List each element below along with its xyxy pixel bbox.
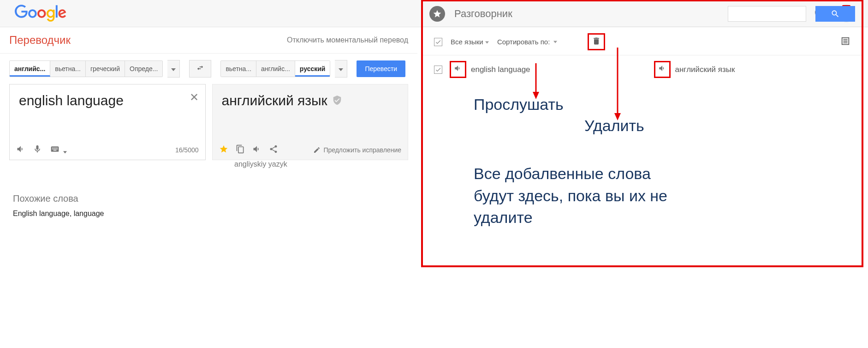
listen-output-icon[interactable] (252, 144, 262, 155)
phrasebook-panel: Разговорник Все языки Сортировать по: (421, 0, 863, 267)
sort-dropdown[interactable]: Сортировать по: (497, 38, 557, 46)
keyboard-icon[interactable] (49, 144, 67, 155)
language-bar: английс... вьетна... греческий Опреде...… (0, 54, 417, 84)
share-icon[interactable] (269, 144, 278, 155)
output-text: английский язык (213, 84, 408, 140)
source-lang-tab[interactable]: английс... (10, 61, 50, 77)
target-lang-tabs: вьетна... английс... русский (220, 60, 330, 77)
subheader: Переводчик Отключить моментальный перево… (0, 27, 417, 54)
delete-annotation-box (588, 33, 605, 50)
listen-dst-annotation-box (654, 61, 671, 78)
input-text[interactable]: english language (10, 84, 205, 140)
phrasebook-dst-text: английский язык (675, 65, 735, 74)
output-pane: английский язык (212, 84, 409, 160)
phrasebook-src-text: english language (471, 65, 530, 74)
arrow-listen (531, 63, 541, 100)
swap-languages-button[interactable] (189, 60, 211, 78)
main: Переводчик Отключить моментальный перево… (0, 27, 868, 267)
export-icon[interactable] (840, 36, 850, 48)
similar-heading: Похожие слова (13, 193, 404, 204)
transliteration: angliyskiy yazyk (218, 160, 417, 175)
google-logo[interactable] (13, 5, 68, 22)
target-lang-tab[interactable]: вьетна... (221, 61, 256, 77)
translated-text: английский язык (222, 93, 327, 108)
phrasebook-row[interactable]: english language английский язык (423, 55, 862, 84)
app-title: Переводчик (9, 34, 287, 47)
listen-src-annotation-box (450, 61, 466, 78)
similar-list: English language, language (13, 210, 404, 218)
source-lang-tab[interactable]: греческий (86, 61, 125, 77)
phrasebook-target-col: английский язык (654, 61, 851, 78)
phrasebook-search-input[interactable] (728, 6, 806, 22)
input-pane: ✕ english language 16/5000 (9, 84, 206, 160)
listen-input-icon[interactable] (16, 144, 25, 155)
phrasebook-search-button[interactable] (815, 6, 855, 22)
mic-icon[interactable] (33, 144, 42, 155)
target-lang-tab[interactable]: английс... (256, 61, 295, 77)
trash-icon[interactable] (592, 39, 601, 47)
star-icon[interactable] (219, 144, 228, 155)
listen-dst-icon[interactable] (658, 66, 666, 74)
select-all-checkbox[interactable] (434, 38, 442, 46)
all-langs-filter[interactable]: Все языки (451, 38, 489, 46)
suggest-correction[interactable]: Предложить исправление (313, 146, 401, 154)
input-footer: 16/5000 (10, 140, 205, 160)
source-lang-dropdown[interactable] (167, 60, 180, 78)
listen-src-icon[interactable] (454, 66, 462, 74)
instant-translate-toggle[interactable]: Отключить моментальный перевод (287, 36, 408, 44)
suggest-label: Предложить исправление (323, 146, 401, 154)
phrasebook-star-icon[interactable] (429, 6, 445, 22)
row-checkbox[interactable] (434, 66, 442, 74)
clear-input-icon[interactable]: ✕ (190, 91, 199, 104)
translate-panes: ✕ english language 16/5000 (0, 84, 417, 160)
copy-icon[interactable] (236, 144, 245, 155)
similar-section: Похожие слова English language, language (0, 175, 417, 236)
annotation-allwords: Все добалвенные слова будут здесь, пока … (474, 163, 690, 229)
target-lang-tab[interactable]: русский (295, 61, 330, 77)
phrasebook-header: Разговорник (423, 1, 862, 27)
translate-button[interactable]: Перевести (357, 60, 405, 77)
target-lang-dropdown[interactable] (335, 60, 347, 78)
phrasebook-toolbar: Все языки Сортировать по: (423, 27, 862, 55)
phrasebook-title: Разговорник (454, 8, 719, 20)
annotation-listen: Прослушать (474, 96, 564, 114)
source-lang-tabs: английс... вьетна... греческий Опреде... (9, 60, 163, 77)
svg-marker-11 (533, 92, 539, 99)
verified-icon (332, 93, 342, 108)
svg-marker-13 (614, 113, 621, 120)
char-count: 16/5000 (175, 146, 199, 154)
left-column: Переводчик Отключить моментальный перево… (0, 27, 417, 267)
output-footer: Предложить исправление (213, 140, 408, 160)
source-lang-tab[interactable]: Опреде... (125, 61, 162, 77)
arrow-delete (613, 48, 622, 121)
source-lang-tab[interactable]: вьетна... (50, 61, 86, 77)
